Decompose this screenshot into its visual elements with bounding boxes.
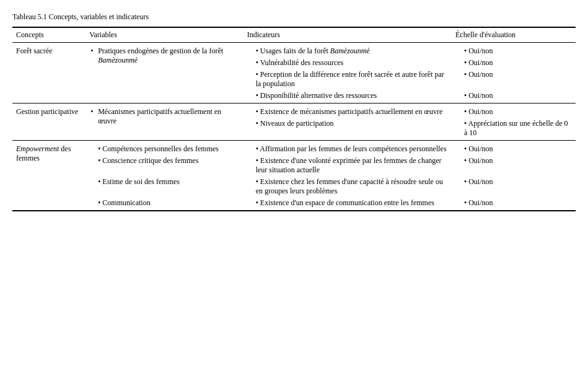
table-row: Forêt sacréePratiques endogènes de gesti… <box>12 43 576 59</box>
header-indicateurs: Indicateurs <box>244 27 452 43</box>
variable-cell: Pratiques endogènes de gestion de la for… <box>86 43 244 104</box>
indicator-cell: • Perception de la différence entre forê… <box>244 70 452 91</box>
echelle-cell: • Oui/non <box>452 104 576 120</box>
echelle-cell: • Oui/non <box>452 141 576 157</box>
echelle-cell: • Oui/non <box>452 70 576 91</box>
indicator-cell: • Existence chez les femmes d'une capaci… <box>244 177 452 198</box>
table-header-row: Concepts Variables Indicateurs Échelle d… <box>12 27 576 43</box>
echelle-cell: • Appréciation sur une échelle de 0 à 10 <box>452 119 576 141</box>
indicator-cell: • Existence d'un espace de communication… <box>244 198 452 211</box>
indicator-cell: • Niveaux de participation <box>244 119 452 141</box>
table-row: Empowerment des femmes• Compétences pers… <box>12 141 576 157</box>
concept-cell: Forêt sacrée <box>12 43 86 104</box>
indicator-cell: • Usages faits de la forêt Bamèzounmè <box>244 43 452 59</box>
variable-cell: • Compétences personnelles des femmes <box>86 141 244 157</box>
variable-cell: • Communication <box>86 198 244 211</box>
main-table: Concepts Variables Indicateurs Échelle d… <box>12 27 576 211</box>
header-concepts: Concepts <box>12 27 86 43</box>
echelle-cell: • Oui/non <box>452 43 576 59</box>
table-title: Tableau 5.1 Concepts, variables et indic… <box>12 12 576 22</box>
header-echelle: Échelle d'évaluation <box>452 27 576 43</box>
header-variables: Variables <box>86 27 244 43</box>
indicator-cell: • Existence d'une volonté exprimée par l… <box>244 156 452 177</box>
concept-cell: Empowerment des femmes <box>12 141 86 211</box>
list-item: Pratiques endogènes de gestion de la for… <box>89 46 240 65</box>
echelle-cell: • Oui/non <box>452 58 576 70</box>
table-row: • Estime de soi des femmes• Existence ch… <box>12 177 576 198</box>
variable-cell: Mécanismes participatifs actuellement en… <box>86 104 244 141</box>
concept-label-italic: Empowerment <box>16 144 59 153</box>
table-row: • Communication• Existence d'un espace d… <box>12 198 576 211</box>
table-row: • Conscience critique des femmes• Existe… <box>12 156 576 177</box>
echelle-cell: • Oui/non <box>452 198 576 211</box>
variable-cell: • Estime de soi des femmes <box>86 177 244 198</box>
echelle-cell: • Oui/non <box>452 91 576 104</box>
indicator-cell: • Disponibilité alternative des ressourc… <box>244 91 452 104</box>
list-item: Mécanismes participatifs actuellement en… <box>89 107 240 126</box>
variable-cell: • Conscience critique des femmes <box>86 156 244 177</box>
indicator-cell: • Vulnérabilité des ressources <box>244 58 452 70</box>
echelle-cell: • Oui/non <box>452 156 576 177</box>
concept-cell: Gestion participative <box>12 104 86 141</box>
echelle-cell: • Oui/non <box>452 177 576 198</box>
indicator-cell: • Existence de mécanismes participatifs … <box>244 104 452 120</box>
table-row: Gestion participativeMécanismes particip… <box>12 104 576 120</box>
indicator-cell: • Affirmation par les femmes de leurs co… <box>244 141 452 157</box>
